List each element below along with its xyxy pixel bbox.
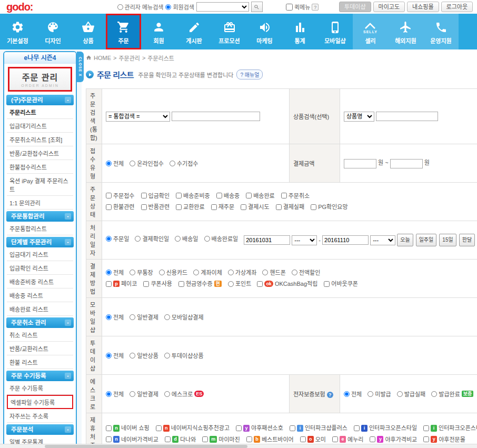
pay-phone[interactable]: 핸드폰 [262, 267, 285, 278]
product-search-type-select[interactable]: 상품명 [344, 112, 374, 122]
sidebar-section-cancel[interactable]: 주문취소 관리 - [6, 317, 74, 328]
status-payment-fail[interactable]: 결제실패 [276, 202, 304, 212]
sidebar-item-inquiry[interactable]: 1:1 문의관리 [7, 196, 73, 210]
partner-yahoo-price[interactable]: y야후가격비교 [370, 434, 417, 445]
todayshop-button[interactable]: 투데이샵 [339, 2, 371, 12]
partner-naver-ad[interactable]: n네이버지식쇼핑추천광고 [156, 423, 230, 433]
nav-item-design[interactable]: 디자인 [35, 14, 71, 49]
admin-menu-search-radio[interactable]: 관리자 메뉴검색 [117, 3, 164, 11]
today-normal[interactable]: 일반상품 [130, 351, 158, 360]
receipt-type-online[interactable]: 온라인접수 [130, 159, 164, 167]
partner-danawa[interactable]: d다나와 [165, 434, 196, 445]
partner-naver-price[interactable]: n네이버가격비교 [106, 434, 158, 445]
breadcrumb-order-admin[interactable]: 주문관리 [118, 54, 140, 62]
sidebar-item-address-book[interactable]: 자주쓰는 주소록 [7, 409, 73, 423]
order-search-type-select[interactable]: = 통합검색 = [106, 112, 170, 122]
date-type-ship[interactable]: 배송일 [175, 234, 198, 244]
collapse-minus-icon[interactable]: - [65, 97, 71, 103]
status-cancelled[interactable]: 주문취소 [281, 191, 310, 201]
guarantee-all[interactable]: 전체 [344, 390, 362, 398]
sidebar-item-refund-list[interactable]: 환불접수리스트 [7, 160, 73, 174]
admin-menu-search-radio-input[interactable] [117, 4, 123, 10]
date-type-delivered[interactable]: 배송완료일 [204, 234, 238, 244]
guarantee-done[interactable]: 발급완료보증 [431, 390, 473, 398]
myshop-button[interactable]: 내쇼핑몰 [407, 2, 439, 12]
status-shipping[interactable]: 배송중 [216, 191, 240, 201]
pay-coupon[interactable]: 쿠폰사용 [143, 278, 172, 289]
status-delivered[interactable]: 배송완료 [246, 191, 274, 201]
nav-item-promotion[interactable]: 프로모션 [212, 14, 247, 49]
pay-all[interactable]: 전체 [106, 267, 124, 278]
amount-min-input[interactable] [344, 159, 376, 168]
escrow-normal[interactable]: 일반결제 [130, 390, 158, 398]
breadcrumb-home[interactable]: HOME [94, 55, 111, 61]
date-to-input[interactable] [322, 235, 369, 245]
sidebar-item-integrated-list[interactable]: 주문통합리스트 [7, 222, 73, 235]
sidebar-section-by-stage[interactable]: 단계별 주문관리 - [6, 237, 74, 247]
hour-from-select[interactable]: --- [292, 235, 317, 245]
mobile-normal[interactable]: 일반결제 [130, 313, 158, 321]
partner-mymargin[interactable]: m마이마진 [202, 434, 240, 445]
status-pg-check[interactable]: PG확인요망 [311, 202, 347, 212]
status-preparing[interactable]: 배송준비중 [176, 191, 210, 201]
date-shortcut-15days[interactable]: 15일 [439, 234, 456, 246]
nav-item-support[interactable]: 운영지원 [423, 14, 459, 49]
sidebar-section-analysis[interactable]: 주문분석 - [6, 424, 74, 435]
collapse-minus-icon[interactable]: - [65, 320, 71, 326]
guarantee-not-issued[interactable]: 미발급 [367, 390, 391, 398]
status-reorder[interactable]: 재주문 [211, 202, 234, 212]
collapse-minus-icon[interactable]: - [65, 213, 71, 220]
partner-bestbuyer[interactable]: b베스트바이어 [246, 434, 294, 445]
top-search-button[interactable] [251, 2, 263, 12]
pay-bank[interactable]: 무통장 [130, 267, 153, 278]
date-from-input[interactable] [244, 235, 290, 245]
help-icon[interactable]: ? [327, 392, 333, 398]
sidebar-item-auction-ipay[interactable]: 옥션 iPay 결제 주문리스트 [7, 174, 73, 196]
nav-item-mobileshop[interactable]: 모바일샵 [317, 14, 353, 49]
guarantee-fail[interactable]: 발급실패 [397, 390, 425, 398]
partner-naver-shopping[interactable]: n네이버 쇼핑 [106, 423, 150, 433]
sidebar-item-stage-shipping[interactable]: 배송중 리스트 [7, 288, 73, 302]
escrow-all[interactable]: 전체 [106, 390, 124, 398]
status-payment-try[interactable]: 결제시도 [241, 202, 269, 212]
member-search-radio[interactable]: 회원검색 [165, 3, 194, 11]
nav-item-global[interactable]: 해외지원 [388, 14, 423, 49]
member-search-radio-input[interactable] [165, 4, 171, 10]
pay-okcashbag[interactable]: okOKCashBag적립 [257, 278, 317, 289]
pay-payco[interactable]: P페이코 [106, 278, 137, 289]
quick-menu-help-icon[interactable]: ? [312, 4, 319, 11]
pay-cash-receipt[interactable]: 현금영수증현 [178, 278, 222, 289]
nav-item-marketing[interactable]: 마케팅 [247, 14, 282, 49]
sidebar-item-manual-order[interactable]: 주문 수기등록 [7, 381, 73, 395]
date-shortcut-today[interactable]: 오늘 [397, 234, 413, 246]
sidebar-item-stage-deposit-wait[interactable]: 입금대기 리스트 [7, 247, 73, 261]
mygodo-button[interactable]: 마이고도 [373, 2, 405, 12]
sidebar-section-old-orders[interactable]: (구)주문관리 - [6, 95, 74, 105]
partner-interpark-outlink[interactable]: i인터파크오픈스타일아웃링크 [423, 423, 477, 433]
receipt-type-all[interactable]: 전체 [106, 159, 124, 167]
partner-enuri[interactable]: e예누리 [332, 434, 363, 445]
sidebar-section-integrated[interactable]: 주문통합관리 - [6, 211, 74, 222]
partner-interpark-openstyle[interactable]: i인터파크오픈스타일 [354, 423, 417, 433]
nav-item-board[interactable]: 게시판 [176, 14, 212, 49]
partner-yahoo-mall[interactable]: y야후전문몰 [423, 434, 465, 445]
status-refund[interactable]: 환불관련 [106, 202, 134, 212]
breadcrumb-order-list[interactable]: 주문리스트 [147, 54, 174, 62]
sidebar-item-stage-delivered[interactable]: 배송완료 리스트 [7, 302, 73, 316]
mobile-shop-pay[interactable]: 모바일샵결제 [164, 313, 204, 321]
sidebar-item-order-list[interactable]: 주문리스트 [7, 105, 73, 119]
status-deposit-confirm[interactable]: 입금확인 [141, 191, 170, 201]
sidebar-item-return-exchange[interactable]: 반품/교환접수리스트 [7, 146, 73, 160]
sidebar-item-deposit-wait[interactable]: 입금대기리스트 [7, 119, 73, 133]
date-shortcut-week[interactable]: 일주일 [416, 234, 437, 246]
scrollbar-thumb[interactable] [45, 445, 247, 448]
date-shortcut-month[interactable]: 한달 [459, 234, 475, 246]
nav-item-settings[interactable]: 기본설정 [0, 14, 35, 49]
collapse-minus-icon[interactable]: - [65, 426, 71, 433]
collapse-minus-icon[interactable]: - [65, 239, 71, 245]
partner-omi[interactable]: o오미 [300, 434, 326, 445]
status-return[interactable]: 반품관련 [141, 202, 170, 212]
pay-about-coupon[interactable]: 어바웃쿠폰 [324, 278, 358, 289]
pay-card[interactable]: 신용카드 [159, 267, 187, 278]
nav-item-products[interactable]: 상품 [71, 14, 106, 49]
